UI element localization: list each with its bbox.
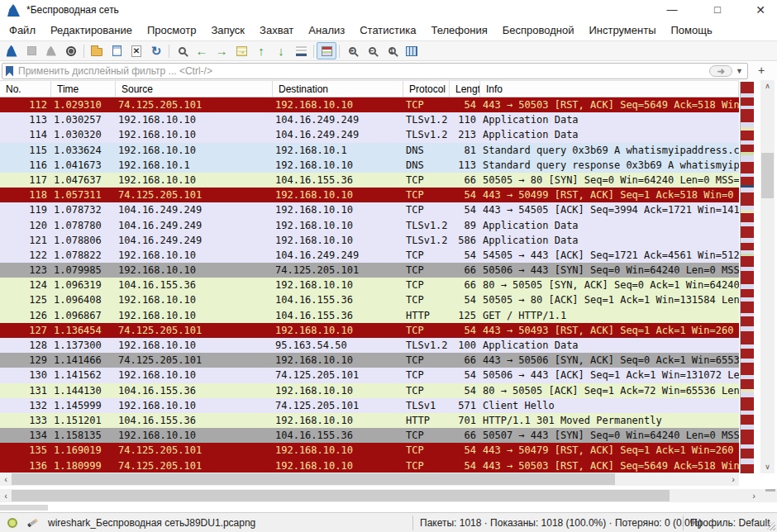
cell-dst: 192.168.10.10 (273, 233, 403, 248)
column-header-source[interactable]: Source (116, 81, 273, 97)
packet-row-134[interactable]: 1341.158135192.168.10.10104.16.155.36TCP… (0, 428, 739, 443)
cell-len: 54 (450, 292, 480, 307)
open-file-button[interactable] (87, 42, 107, 59)
capture-options-button[interactable] (41, 42, 61, 59)
go-to-packet-button[interactable]: → (231, 42, 251, 59)
display-filter-input[interactable]: Применить дисплейный фильтр ... <Ctrl-/>… (2, 63, 748, 79)
minimap-stripe (741, 243, 754, 250)
column-header-protocol[interactable]: Protocol (403, 81, 450, 97)
packet-row-124[interactable]: 1241.096319104.16.155.36192.168.10.10TCP… (0, 278, 739, 292)
zoom-in-button[interactable] (342, 42, 362, 59)
packet-row-122[interactable]: 1221.078822192.168.10.10104.16.249.249TC… (0, 248, 739, 263)
column-header-no[interactable]: No. (0, 81, 51, 97)
vertical-scroll-thumb[interactable] (761, 153, 774, 198)
cell-proto: TCP (403, 443, 450, 458)
packet-row-135[interactable]: 1351.16901974.125.205.101192.168.10.10TC… (0, 443, 739, 458)
scroll-right-icon[interactable]: › (748, 489, 760, 502)
resize-grip[interactable] (767, 522, 775, 530)
packet-row-118[interactable]: 1181.05731174.125.205.101192.168.10.10TC… (0, 188, 739, 202)
scroll-left-icon[interactable]: ‹ (0, 473, 12, 486)
maximize-button[interactable]: □ (698, 0, 736, 20)
packet-row-116[interactable]: 1161.041673192.168.10.1192.168.10.10DNS1… (0, 158, 739, 173)
restart-capture-button[interactable] (61, 42, 81, 59)
save-file-button[interactable] (107, 42, 126, 59)
cell-dst: 192.168.10.10 (273, 188, 403, 202)
expert-info-icon[interactable] (7, 518, 17, 528)
menu-item-10[interactable]: Помощь (664, 21, 720, 39)
packet-row-132[interactable]: 1321.145999192.168.10.1074.125.205.101TL… (0, 398, 739, 413)
packet-row-126[interactable]: 1261.096867192.168.10.10104.16.155.36HTT… (0, 308, 739, 323)
packet-row-113[interactable]: 1131.030257192.168.10.10104.16.249.249TL… (0, 112, 739, 127)
go-last-packet-button[interactable]: ↓ (271, 42, 291, 59)
packet-row-117[interactable]: 1171.047637192.168.10.10104.16.155.36TCP… (0, 173, 739, 188)
auto-scroll-button[interactable] (291, 42, 311, 59)
column-header-time[interactable]: Time (51, 81, 116, 97)
menu-item-5[interactable]: Анализ (301, 21, 352, 39)
zoom-out-button[interactable] (362, 42, 382, 59)
close-file-button[interactable]: ✕ (126, 42, 146, 59)
menu-item-9[interactable]: Инструменты (581, 21, 663, 39)
packet-row-130[interactable]: 1301.141562192.168.10.1074.125.205.101TC… (0, 368, 739, 382)
find-packet-button[interactable] (172, 42, 192, 59)
cell-dst: 104.16.249.249 (273, 112, 403, 127)
capture-comment-icon[interactable] (27, 519, 38, 528)
packet-row-123[interactable]: 1231.079985192.168.10.1074.125.205.101TC… (0, 263, 739, 278)
apply-filter-button[interactable]: ➜ (709, 65, 732, 77)
packet-row-128[interactable]: 1281.137300192.168.10.1095.163.54.50TLSv… (0, 338, 739, 353)
packet-row-127[interactable]: 1271.13645474.125.205.101192.168.10.10TC… (0, 323, 739, 338)
packet-row-114[interactable]: 1141.030320192.168.10.10104.16.249.249TL… (0, 127, 739, 142)
column-header-destination[interactable]: Destination (273, 81, 403, 97)
menu-item-6[interactable]: Статистика (352, 21, 423, 39)
packet-list-hscrollbar[interactable]: ‹ › (0, 473, 739, 486)
profile-label[interactable]: Профиль: Default (690, 517, 770, 529)
menu-item-0[interactable]: Файл (2, 21, 43, 39)
menu-item-3[interactable]: Запуск (203, 21, 252, 39)
packet-row-120[interactable]: 1201.078780104.16.249.249192.168.10.10TL… (0, 218, 739, 233)
column-header-length[interactable]: Length (450, 81, 480, 97)
packet-row-119[interactable]: 1191.078732104.16.249.249192.168.10.10TC… (0, 202, 739, 217)
menu-item-4[interactable]: Захват (252, 21, 301, 39)
packet-row-136[interactable]: 1361.18099974.125.205.101192.168.10.10TC… (0, 458, 739, 473)
go-previous-packet-button[interactable]: ← (192, 42, 212, 59)
filter-dropdown-caret-icon[interactable]: ▼ (736, 67, 743, 75)
scroll-right-icon[interactable]: › (727, 473, 739, 486)
scroll-up-icon[interactable]: ∧ (760, 80, 775, 93)
go-next-packet-button[interactable]: → (212, 42, 231, 59)
packet-row-112[interactable]: 1121.02931074.125.205.101192.168.10.10TC… (0, 97, 739, 112)
minimap-stripe (741, 82, 754, 93)
hscroll-thumb[interactable] (12, 473, 615, 485)
menu-item-7[interactable]: Телефония (423, 21, 494, 39)
reload-file-button[interactable]: ↻ (146, 42, 166, 59)
colorize-packets-button[interactable] (317, 42, 336, 59)
intelligent-scrollbar-minimap[interactable] (740, 82, 754, 473)
minimap-stripe (741, 109, 754, 122)
packet-row-121[interactable]: 1211.078806104.16.249.249192.168.10.10TL… (0, 233, 739, 248)
stop-capture-button[interactable] (21, 42, 41, 59)
cell-dst: 104.16.155.36 (273, 173, 403, 188)
zoom-reset-button[interactable] (382, 42, 402, 59)
packet-row-115[interactable]: 1151.033624192.168.10.10192.168.10.1DNS8… (0, 143, 739, 158)
pane-splitter-handle[interactable] (765, 489, 775, 492)
packet-row-131[interactable]: 1311.144130104.16.155.36192.168.10.10TCP… (0, 383, 739, 398)
cell-no: 131 (0, 383, 51, 398)
packet-row-125[interactable]: 1251.096408192.168.10.10104.16.155.36TCP… (0, 292, 739, 307)
column-header-info[interactable]: Info (480, 81, 739, 97)
menu-item-1[interactable]: Редактирование (43, 21, 140, 39)
minimize-button[interactable]: — (653, 0, 691, 20)
close-button[interactable]: ✕ (741, 0, 777, 20)
lower-hscrollbar[interactable]: ‹ › (0, 489, 777, 502)
menu-item-2[interactable]: Просмотр (140, 21, 203, 39)
scroll-down-icon[interactable]: ∨ (760, 461, 775, 473)
packet-row-129[interactable]: 1291.14146674.125.205.101192.168.10.10TC… (0, 353, 739, 368)
resize-columns-button[interactable] (402, 42, 422, 59)
go-first-packet-button[interactable]: ↑ (251, 42, 271, 59)
menu-item-8[interactable]: Беспроводной (495, 21, 582, 39)
add-filter-button[interactable]: + (754, 64, 769, 78)
start-capture-button[interactable] (2, 42, 21, 59)
vertical-scrollbar[interactable]: ∧ ∨ (760, 80, 775, 473)
collapsed-pane-scrollbar[interactable] (0, 505, 48, 511)
scroll-left-icon[interactable]: ‹ (0, 489, 12, 502)
filter-bookmark-icon[interactable] (6, 66, 13, 77)
hscroll-thumb[interactable] (12, 490, 670, 501)
packet-row-133[interactable]: 1331.151201104.16.155.36192.168.10.10HTT… (0, 413, 739, 428)
